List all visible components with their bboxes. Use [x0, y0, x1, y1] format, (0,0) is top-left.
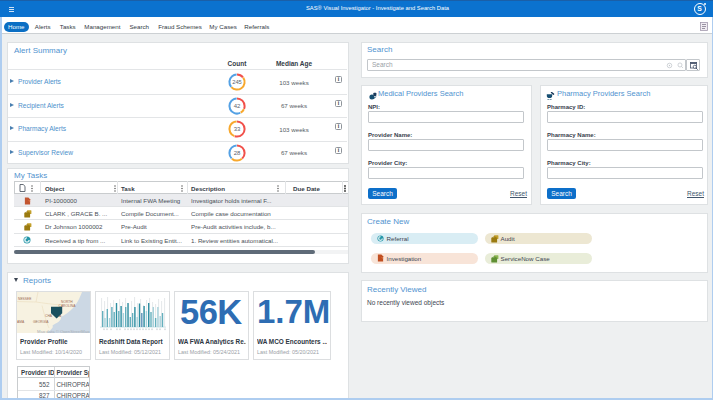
svg-text:33: 33	[233, 126, 240, 132]
svg-text:AMA: AMA	[17, 320, 25, 324]
svg-text:42: 42	[233, 103, 240, 109]
svg-text:28: 28	[233, 150, 240, 156]
svg-text:NESSEE: NESSEE	[18, 297, 32, 301]
svg-text:CHA: CHA	[45, 314, 53, 318]
svg-text:Map data © OpenStreetMap: Map data © OpenStreetMap	[37, 329, 90, 333]
svg-text:GEORGIA: GEORGIA	[33, 320, 49, 324]
svg-text:245: 245	[232, 79, 242, 85]
